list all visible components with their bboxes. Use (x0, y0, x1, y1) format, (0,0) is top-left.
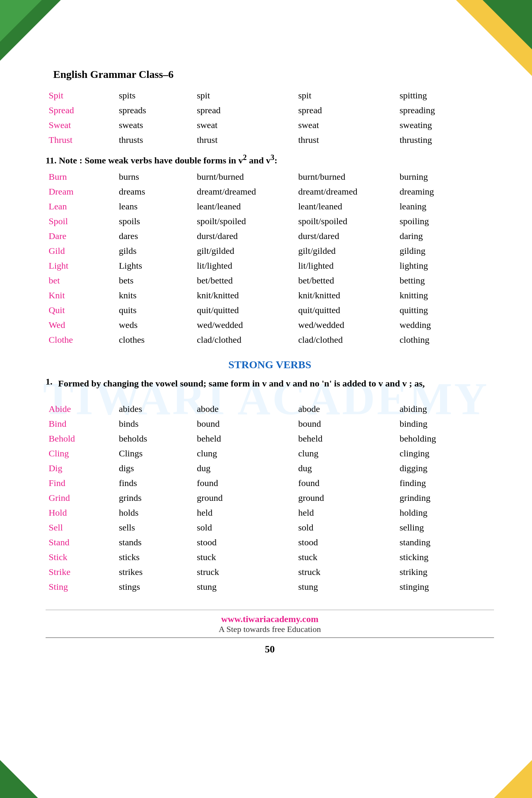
table-row: Sell sells sold sold selling (46, 520, 494, 535)
verb-v1s: gilds (116, 244, 194, 258)
verb-v1: Lean (46, 199, 116, 214)
strong-verbs-description: Formed by changing the vowel sound; same… (58, 377, 425, 390)
table-row: Bind binds bound bound binding (46, 416, 494, 431)
table-row: Hold holds held held holding (46, 505, 494, 520)
verb-v1: Strike (46, 565, 116, 580)
verb-v3: wed/wedded (295, 318, 397, 332)
verb-v2: ground (194, 491, 295, 505)
verb-v3: held (295, 505, 397, 520)
verb-v1s: sweats (116, 118, 194, 133)
verb-ving: sweating (396, 118, 494, 133)
footer-url: www.tiwariacademy.com (46, 614, 494, 624)
verb-v2: leant/leaned (194, 199, 295, 214)
verb-v2: dug (194, 461, 295, 476)
verb-ving: daring (396, 229, 494, 244)
verb-v1: Clothe (46, 332, 116, 347)
table-row: Cling Clings clung clung clinging (46, 446, 494, 461)
footer-tagline: A Step towards free Education (46, 624, 494, 634)
table-row: Stick sticks stuck stuck sticking (46, 550, 494, 565)
verb-v1s: sells (116, 520, 194, 535)
verb-ving: finding (396, 476, 494, 491)
note-11: 11. Note : Some weak verbs have double f… (46, 153, 494, 166)
verb-ving: clinging (396, 446, 494, 461)
verb-v1: Knit (46, 288, 116, 303)
verb-ving: wedding (396, 318, 494, 332)
verb-v1: Cling (46, 446, 116, 461)
verb-ving: grinding (396, 491, 494, 505)
verb-v3: spread (295, 103, 397, 118)
verb-v1: Burn (46, 169, 116, 184)
verb-v3: clung (295, 446, 397, 461)
verb-v3: spoilt/spoiled (295, 214, 397, 229)
verb-v1: Find (46, 476, 116, 491)
verb-ving: burning (396, 169, 494, 184)
footer-divider (46, 637, 494, 638)
verb-v3: bound (295, 416, 397, 431)
verb-ving: stinging (396, 580, 494, 594)
verb-v3: stood (295, 535, 397, 550)
verb-v1: Stick (46, 550, 116, 565)
verb-v2: spoilt/spoiled (194, 214, 295, 229)
verb-v1s: burns (116, 169, 194, 184)
page-number: 50 (46, 644, 494, 655)
table-row: Stand stands stood stood standing (46, 535, 494, 550)
verb-v1: Dare (46, 229, 116, 244)
verb-v1s: finds (116, 476, 194, 491)
verb-v1: Abide (46, 402, 116, 416)
strong-verbs-number: 1. (46, 377, 52, 396)
table-row: Thrust thrusts thrust thrust thrusting (46, 133, 494, 147)
footer: www.tiwariacademy.com A Step towards fre… (46, 610, 494, 634)
verb-v1s: stands (116, 535, 194, 550)
verb-v1s: spits (116, 88, 194, 103)
verb-v1s: sticks (116, 550, 194, 565)
verb-v2: burnt/burned (194, 169, 295, 184)
table-row: Dare dares durst/dared durst/dared darin… (46, 229, 494, 244)
verb-v2: held (194, 505, 295, 520)
verb-v3: leant/leaned (295, 199, 397, 214)
verb-v1: Spread (46, 103, 116, 118)
verb-ving: spoiling (396, 214, 494, 229)
verb-v1: Bind (46, 416, 116, 431)
verb-ving: knitting (396, 288, 494, 303)
verb-v1: Sell (46, 520, 116, 535)
verb-v3: stuck (295, 550, 397, 565)
verb-v1s: dreams (116, 184, 194, 199)
corner-decoration-bottom-right (494, 760, 532, 798)
verb-v3: clad/clothed (295, 332, 397, 347)
verb-ving: quitting (396, 303, 494, 318)
verb-v2: gilt/gilded (194, 244, 295, 258)
verb-v3: sweat (295, 118, 397, 133)
table-row: Clothe clothes clad/clothed clad/clothed… (46, 332, 494, 347)
verb-ving: binding (396, 416, 494, 431)
verb-v3: gilt/gilded (295, 244, 397, 258)
table-row: Gild gilds gilt/gilded gilt/gilded gildi… (46, 244, 494, 258)
verb-v3: ground (295, 491, 397, 505)
verb-ving: betting (396, 273, 494, 288)
verb-ving: lighting (396, 258, 494, 273)
table-row: Quit quits quit/quitted quit/quitted qui… (46, 303, 494, 318)
table-row: Sting stings stung stung stinging (46, 580, 494, 594)
verb-v1s: binds (116, 416, 194, 431)
verb-ving: thrusting (396, 133, 494, 147)
verb-v1: bet (46, 273, 116, 288)
verb-v2: bet/betted (194, 273, 295, 288)
verb-ving: clothing (396, 332, 494, 347)
table-row: Abide abides abode abode abiding (46, 402, 494, 416)
top-verbs-table: Spit spits spit spit spitting Spread spr… (46, 88, 494, 147)
table-row: Strike strikes struck struck striking (46, 565, 494, 580)
verb-v2: quit/quitted (194, 303, 295, 318)
verb-v2: clung (194, 446, 295, 461)
verb-v3: found (295, 476, 397, 491)
verb-v1: Spit (46, 88, 116, 103)
verb-v2: dreamt/dreamed (194, 184, 295, 199)
table-row: Dig digs dug dug digging (46, 461, 494, 476)
verb-v2: struck (194, 565, 295, 580)
verb-v3: thrust (295, 133, 397, 147)
verb-v1: Quit (46, 303, 116, 318)
verb-v3: quit/quitted (295, 303, 397, 318)
verb-v3: bet/betted (295, 273, 397, 288)
verb-ving: sticking (396, 550, 494, 565)
table-row: Burn burns burnt/burned burnt/burned bur… (46, 169, 494, 184)
verb-v2: clad/clothed (194, 332, 295, 347)
table-row: Lean leans leant/leaned leant/leaned lea… (46, 199, 494, 214)
